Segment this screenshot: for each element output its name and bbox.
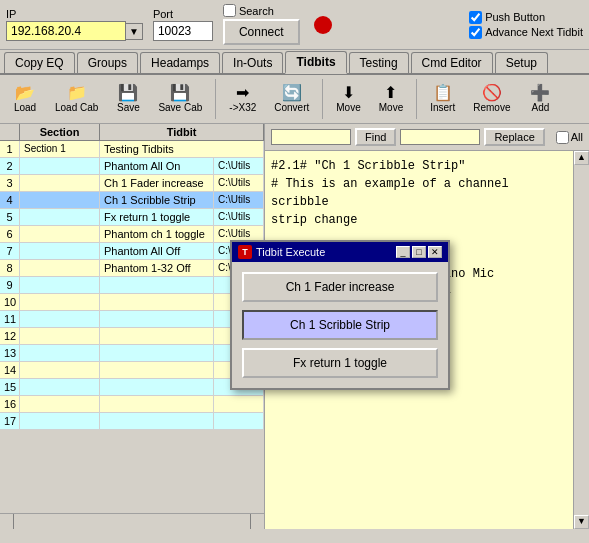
col-section-header: Section xyxy=(20,124,100,140)
table-row[interactable]: 11 xyxy=(0,311,264,328)
tab-groups[interactable]: Groups xyxy=(77,52,138,73)
scroll-up-btn[interactable]: ▲ xyxy=(574,151,589,165)
table-row[interactable]: 2 Phantom All On C:\Utils xyxy=(0,158,264,175)
row-1-num: 1 xyxy=(0,141,20,157)
row-8-tidbit: Phantom 1-32 Off xyxy=(100,260,214,276)
load-cab-button[interactable]: 📁 Load Cab xyxy=(48,82,105,116)
add-button[interactable]: ➕ Add xyxy=(521,82,559,116)
x32-button[interactable]: ➡ ->X32 xyxy=(222,82,263,116)
modal-item-3[interactable]: Fx return 1 toggle xyxy=(242,348,438,378)
table-row[interactable]: 10 xyxy=(0,294,264,311)
modal-body: Ch 1 Fader increase Ch 1 Scribble Strip … xyxy=(232,262,448,388)
horizontal-scrollbar[interactable] xyxy=(14,514,250,529)
table-row[interactable]: 3 Ch 1 Fader increase C:\Utils xyxy=(0,175,264,192)
tidbit-execute-modal: T Tidbit Execute _ □ ✕ Ch 1 Fader increa… xyxy=(230,240,450,390)
modal-minimize-button[interactable]: _ xyxy=(396,246,410,258)
find-input[interactable] xyxy=(271,129,351,145)
move-up-button[interactable]: ⬇ Move xyxy=(329,82,367,116)
advance-next-checkbox[interactable] xyxy=(469,26,482,39)
row-11-section xyxy=(20,311,100,327)
modal-close-button[interactable]: ✕ xyxy=(428,246,442,258)
table-row[interactable]: 8 Phantom 1-32 Off C:\Utils xyxy=(0,260,264,277)
row-11-tidbit xyxy=(100,311,214,327)
row-5-num: 5 xyxy=(0,209,20,225)
remove-button[interactable]: 🚫 Remove xyxy=(466,82,517,116)
modal-icon: T xyxy=(238,245,252,259)
table-row[interactable]: 5 Fx return 1 toggle C:\Utils xyxy=(0,209,264,226)
row-16-path xyxy=(214,396,264,412)
table-row[interactable]: 15 xyxy=(0,379,264,396)
row-17-tidbit xyxy=(100,413,214,429)
table-row[interactable]: 9 xyxy=(0,277,264,294)
tab-cmd-editor[interactable]: Cmd Editor xyxy=(411,52,493,73)
load-cab-icon: 📁 xyxy=(67,85,87,101)
save-cab-button[interactable]: 💾 Save Cab xyxy=(151,82,209,116)
row-4-num: 4 xyxy=(0,192,20,208)
row-10-tidbit xyxy=(100,294,214,310)
all-checkbox[interactable] xyxy=(556,131,569,144)
convert-button[interactable]: 🔄 Convert xyxy=(267,82,316,116)
row-12-num: 12 xyxy=(0,328,20,344)
move-down-icon: ⬆ xyxy=(384,85,397,101)
table-row[interactable]: 13 xyxy=(0,345,264,362)
load-icon: 📂 xyxy=(15,85,35,101)
port-input[interactable] xyxy=(153,21,213,41)
search-area: Search Connect xyxy=(223,4,300,45)
modal-item-1[interactable]: Ch 1 Fader increase xyxy=(242,272,438,302)
add-icon: ➕ xyxy=(530,85,550,101)
modal-maximize-button[interactable]: □ xyxy=(412,246,426,258)
toolbar-separator-2 xyxy=(322,79,323,119)
table-row[interactable]: 17 xyxy=(0,413,264,430)
table-row[interactable]: 16 xyxy=(0,396,264,413)
toolbar: 📂 Load 📁 Load Cab 💾 Save 💾 Save Cab ➡ ->… xyxy=(0,75,589,124)
row-2-tidbit: Phantom All On xyxy=(100,158,214,174)
row-1-section: Section 1 xyxy=(20,141,100,157)
ip-dropdown-button[interactable]: ▼ xyxy=(126,23,143,40)
tab-bar: Copy EQ Groups Headamps In-Outs Tidbits … xyxy=(0,50,589,75)
row-3-section xyxy=(20,175,100,191)
find-button[interactable]: Find xyxy=(355,128,396,146)
table-row[interactable]: 1 Section 1 Testing Tidbits xyxy=(0,141,264,158)
row-10-section xyxy=(20,294,100,310)
row-15-section xyxy=(20,379,100,395)
modal-item-2[interactable]: Ch 1 Scribble Strip xyxy=(242,310,438,340)
connect-button[interactable]: Connect xyxy=(223,19,300,45)
row-10-num: 10 xyxy=(0,294,20,310)
search-checkbox[interactable] xyxy=(223,4,236,17)
ip-input[interactable] xyxy=(6,21,126,41)
top-bar: IP ▼ Port Search Connect Push Button Adv… xyxy=(0,0,589,50)
port-group: Port xyxy=(153,8,213,41)
table-row[interactable]: 14 xyxy=(0,362,264,379)
row-4-path: C:\Utils xyxy=(214,192,264,208)
move-down-button[interactable]: ⬆ Move xyxy=(372,82,410,116)
tab-setup[interactable]: Setup xyxy=(495,52,548,73)
tab-testing[interactable]: Testing xyxy=(349,52,409,73)
row-3-tidbit: Ch 1 Fader increase xyxy=(100,175,214,191)
move-up-icon: ⬇ xyxy=(342,85,355,101)
table-scrollbar[interactable] xyxy=(0,513,264,529)
row-3-num: 3 xyxy=(0,175,20,191)
right-scrollbar[interactable]: ▲ ▼ xyxy=(573,151,589,529)
tab-in-outs[interactable]: In-Outs xyxy=(222,52,283,73)
row-5-section xyxy=(20,209,100,225)
modal-title-left: T Tidbit Execute xyxy=(238,245,325,259)
table-row[interactable]: 6 Phantom ch 1 toggle C:\Utils xyxy=(0,226,264,243)
replace-input[interactable] xyxy=(400,129,480,145)
tab-tidbits[interactable]: Tidbits xyxy=(285,51,346,74)
tab-copy-eq[interactable]: Copy EQ xyxy=(4,52,75,73)
tab-headamps[interactable]: Headamps xyxy=(140,52,220,73)
push-button-label: Push Button xyxy=(485,11,545,23)
scroll-down-btn[interactable]: ▼ xyxy=(574,515,589,529)
table-row[interactable]: 7 Phantom All Off C:\Utils xyxy=(0,243,264,260)
replace-button[interactable]: Replace xyxy=(484,128,544,146)
load-button[interactable]: 📂 Load xyxy=(6,82,44,116)
table-row[interactable]: 12 xyxy=(0,328,264,345)
save-button[interactable]: 💾 Save xyxy=(109,82,147,116)
push-button-checkbox[interactable] xyxy=(469,11,482,24)
row-16-tidbit xyxy=(100,396,214,412)
table-row[interactable]: 4 Ch 1 Scribble Strip C:\Utils xyxy=(0,192,264,209)
row-14-section xyxy=(20,362,100,378)
insert-button[interactable]: 📋 Insert xyxy=(423,82,462,116)
ip-group: IP ▼ xyxy=(6,8,143,41)
advance-next-label: Advance Next Tidbit xyxy=(485,26,583,38)
